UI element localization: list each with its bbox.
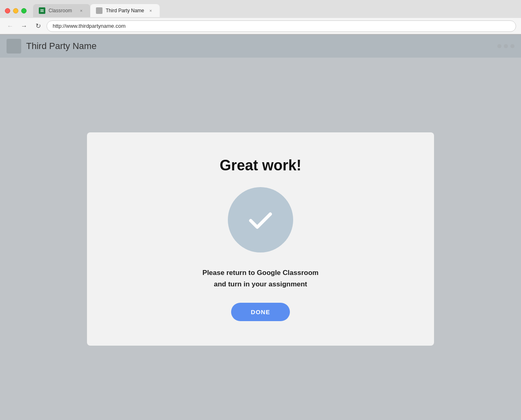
success-circle (228, 187, 293, 252)
tab-classroom-label: Classroom (49, 8, 75, 13)
tab-classroom[interactable]: Classroom × (33, 4, 90, 17)
app-header-left: Third Party Name (7, 39, 96, 54)
app-header: Third Party Name (0, 35, 521, 58)
card-title: Great work! (220, 157, 301, 174)
tab-third-party-label: Third Party Name (106, 8, 144, 13)
svg-rect-1 (40, 10, 44, 11)
classroom-favicon-icon (39, 7, 45, 14)
back-button[interactable]: ← (5, 21, 16, 31)
done-button[interactable]: DONE (231, 303, 289, 321)
app-header-dots (497, 44, 514, 48)
traffic-light-yellow[interactable] (13, 8, 18, 13)
address-bar[interactable] (47, 20, 516, 32)
header-dot-1 (497, 44, 501, 48)
traffic-light-green[interactable] (21, 8, 27, 13)
completion-card: Great work! Please return to Google Clas… (87, 132, 434, 345)
card-message-line1: Please return to Google Classroom (203, 269, 318, 277)
checkmark-icon (244, 203, 277, 236)
app-header-title: Third Party Name (26, 41, 96, 51)
main-content: Great work! Please return to Google Clas… (0, 58, 521, 420)
third-party-favicon-icon (96, 7, 102, 14)
svg-rect-2 (40, 11, 44, 12)
app-logo-icon (7, 39, 21, 54)
forward-button[interactable]: → (19, 21, 29, 31)
tab-classroom-close[interactable]: × (78, 7, 85, 14)
svg-rect-0 (40, 9, 44, 10)
card-message: Please return to Google Classroom and tu… (203, 267, 318, 289)
header-dot-3 (510, 44, 514, 48)
header-dot-2 (504, 44, 508, 48)
tabs-container: Classroom × Third Party Name × (33, 4, 160, 17)
browser-chrome: Classroom × Third Party Name × ← → ↻ (0, 0, 521, 35)
traffic-lights (5, 8, 27, 13)
nav-bar: ← → ↻ (0, 18, 521, 34)
tab-third-party-close[interactable]: × (147, 7, 154, 14)
refresh-button[interactable]: ↻ (33, 21, 43, 31)
traffic-light-red[interactable] (5, 8, 10, 13)
title-bar: Classroom × Third Party Name × (0, 0, 521, 18)
tab-third-party[interactable]: Third Party Name × (90, 4, 160, 17)
card-message-line2: and turn in your assignment (214, 280, 307, 288)
